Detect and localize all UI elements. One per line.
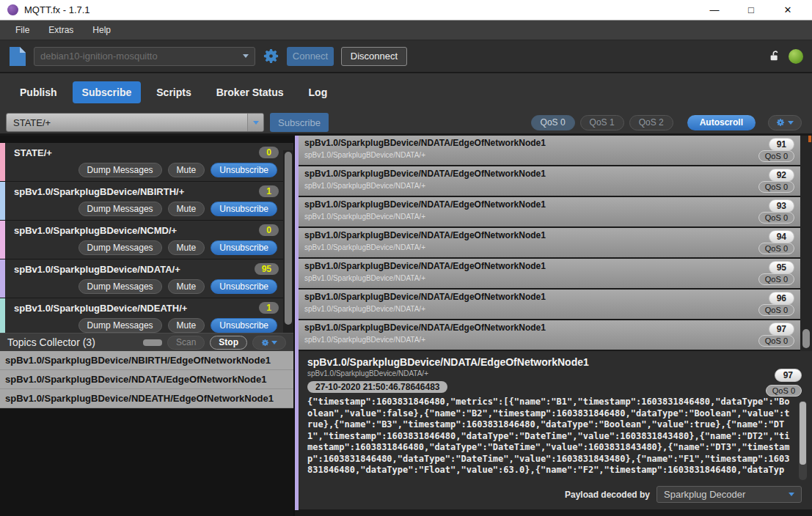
subscription-card[interactable]: STATE/+ 0 Dump Messages Mute Unsubscribe — [0, 143, 293, 182]
subscription-color-stripe — [0, 182, 5, 220]
message-qos-badge: QoS 0 — [758, 335, 794, 347]
mute-button[interactable]: Mute — [168, 240, 205, 255]
payload-scrollbar[interactable] — [799, 401, 807, 480]
subscribe-topic-value: STATE/+ — [13, 117, 247, 128]
dropdown-caret-button[interactable] — [247, 114, 263, 131]
message-qos-badge: QoS 0 — [758, 181, 794, 193]
unlock-icon — [769, 50, 781, 62]
disconnect-button[interactable]: Disconnect — [341, 47, 407, 66]
message-number-badge: 93 — [769, 199, 794, 213]
scan-button[interactable]: Scan — [167, 336, 205, 350]
subscription-color-stripe — [0, 221, 5, 259]
subscribe-topic-dropdown[interactable]: STATE/+ — [6, 113, 264, 132]
message-row[interactable]: spBv1.0/SparkplugBDevice/NDATA/EdgeOfNet… — [299, 197, 800, 226]
subscription-card[interactable]: spBv1.0/SparkplugBDevice/NCMD/+ 0 Dump M… — [0, 221, 293, 259]
dump-messages-button[interactable]: Dump Messages — [78, 163, 162, 177]
mqttfx-logo-icon — [7, 4, 18, 15]
subscription-card[interactable]: spBv1.0/SparkplugBDevice/NBIRTH/+ 1 Dump… — [0, 182, 293, 221]
message-subscription: spBv1.0/SparkplugBDevice/NDATA/+ — [304, 182, 794, 191]
mute-button[interactable]: Mute — [168, 202, 205, 216]
message-list: spBv1.0/SparkplugBDevice/NDATA/EdgeOfNet… — [299, 136, 800, 351]
connect-button[interactable]: Connect — [287, 47, 334, 66]
settings-gear-icon[interactable] — [263, 48, 279, 64]
profile-dropdown[interactable]: debian10-ignition-mosquitto — [34, 47, 255, 66]
gears-icon — [776, 118, 785, 127]
mute-button[interactable]: Mute — [168, 163, 205, 177]
subscription-color-stripe — [0, 298, 5, 333]
unsubscribe-button[interactable]: Unsubscribe — [211, 202, 277, 216]
message-row[interactable]: spBv1.0/SparkplugBDevice/NDATA/EdgeOfNet… — [299, 259, 800, 288]
minimize-button[interactable]: — — [696, 4, 733, 15]
message-list-scrollbar[interactable] — [800, 136, 812, 351]
topics-collector-header: Topics Collector (3) Scan Stop — [0, 333, 293, 351]
tab-bar: Publish Subscribe Scripts Broker Status … — [0, 73, 812, 111]
close-button[interactable]: ✕ — [769, 4, 806, 15]
new-profile-icon[interactable] — [9, 46, 26, 67]
message-subscription: spBv1.0/SparkplugBDevice/NDATA/+ — [304, 274, 794, 283]
tab-scripts[interactable]: Scripts — [147, 81, 200, 103]
message-topic: spBv1.0/SparkplugBDevice/NDATA/EdgeOfNet… — [304, 169, 794, 180]
message-row[interactable]: spBv1.0/SparkplugBDevice/NDATA/EdgeOfNet… — [299, 320, 800, 350]
topics-collector-title: Topics Collector (3) — [7, 336, 138, 348]
tab-log[interactable]: Log — [299, 81, 337, 103]
mute-button[interactable]: Mute — [168, 318, 205, 333]
subscription-topic: STATE/+ — [14, 147, 259, 158]
message-count-badge: 1 — [259, 302, 279, 314]
message-row[interactable]: spBv1.0/SparkplugBDevice/NDATA/EdgeOfNet… — [299, 136, 800, 165]
unsubscribe-button[interactable]: Unsubscribe — [211, 279, 277, 294]
scrollbar-thumb[interactable] — [285, 152, 292, 325]
dump-messages-button[interactable]: Dump Messages — [78, 240, 162, 255]
collected-topic-row[interactable]: spBv1.0/SparkplugBDevice/NBIRTH/EdgeOfNe… — [0, 351, 293, 370]
tab-broker-status[interactable]: Broker Status — [207, 81, 293, 103]
subscribe-button[interactable]: Subscribe — [270, 113, 329, 132]
message-number-badge: 97 — [769, 322, 794, 336]
mute-button[interactable]: Mute — [168, 279, 205, 294]
message-number-badge: 92 — [769, 169, 794, 182]
payload-decoder-dropdown[interactable]: Sparkplug Decoder — [656, 486, 802, 503]
collected-topic-row[interactable]: spBv1.0/SparkplugBDevice/NDATA/EdgeOfNet… — [0, 370, 293, 389]
subscription-color-stripe — [0, 259, 5, 298]
stop-button[interactable]: Stop — [210, 336, 247, 350]
scrollbar-thumb[interactable] — [800, 402, 806, 465]
message-row[interactable]: spBv1.0/SparkplugBDevice/NDATA/EdgeOfNet… — [299, 166, 800, 196]
dump-messages-button[interactable]: Dump Messages — [78, 318, 162, 333]
dump-messages-button[interactable]: Dump Messages — [78, 202, 162, 216]
dump-messages-button[interactable]: Dump Messages — [78, 279, 162, 294]
tab-subscribe[interactable]: Subscribe — [73, 81, 142, 103]
subscription-card[interactable]: spBv1.0/SparkplugBDevice/NDATA/+ 95 Dump… — [0, 259, 293, 298]
window-title: MQTT.fx - 1.7.1 — [24, 4, 696, 15]
unsubscribe-button[interactable]: Unsubscribe — [211, 318, 277, 333]
message-count-badge: 1 — [259, 185, 279, 197]
menu-item[interactable]: File — [6, 25, 39, 35]
scrollbar-thumb[interactable] — [802, 329, 810, 348]
payload-decoder-value: Sparkplug Decoder — [664, 489, 789, 500]
message-count-badge: 0 — [259, 147, 279, 158]
qos1-button[interactable]: QoS 1 — [580, 115, 624, 130]
message-subscription: spBv1.0/SparkplugBDevice/NDATA/+ — [304, 305, 794, 314]
subscriptions-scrollbar[interactable] — [283, 150, 293, 333]
menu-item[interactable]: Help — [83, 25, 120, 35]
unsubscribe-button[interactable]: Unsubscribe — [211, 240, 277, 255]
maximize-button[interactable]: □ — [733, 4, 769, 15]
unsubscribe-button[interactable]: Unsubscribe — [211, 163, 277, 177]
scan-progress-indicator — [143, 339, 162, 346]
autoscroll-toggle[interactable]: Autoscroll — [687, 115, 756, 130]
connection-status-indicator — [789, 49, 803, 64]
collected-topic-row[interactable]: spBv1.0/SparkplugBDevice/NDEATH/EdgeOfNe… — [0, 389, 293, 408]
message-qos-badge: QoS 0 — [758, 243, 794, 254]
tab-publish[interactable]: Publish — [10, 81, 67, 103]
message-number-badge: 94 — [769, 230, 794, 243]
subscribe-options-button[interactable] — [768, 115, 802, 130]
qos2-button[interactable]: QoS 2 — [629, 115, 673, 130]
subscription-card[interactable]: spBv1.0/SparkplugBDevice/NDEATH/+ 1 Dump… — [0, 298, 293, 333]
message-count-badge: 0 — [259, 224, 279, 236]
qos0-button[interactable]: QoS 0 — [531, 115, 575, 130]
chevron-down-icon — [243, 54, 249, 58]
message-row[interactable]: spBv1.0/SparkplugBDevice/NDATA/EdgeOfNet… — [299, 290, 800, 319]
message-row[interactable]: spBv1.0/SparkplugBDevice/NDATA/EdgeOfNet… — [299, 228, 800, 257]
message-number-badge: 96 — [769, 292, 794, 305]
message-qos-badge: QoS 0 — [758, 212, 794, 224]
menu-item[interactable]: Extras — [39, 25, 83, 35]
collector-options-button[interactable] — [252, 336, 286, 350]
payload-text[interactable]: {"timestamp":1603831846480,"metrics":[{"… — [307, 397, 793, 476]
